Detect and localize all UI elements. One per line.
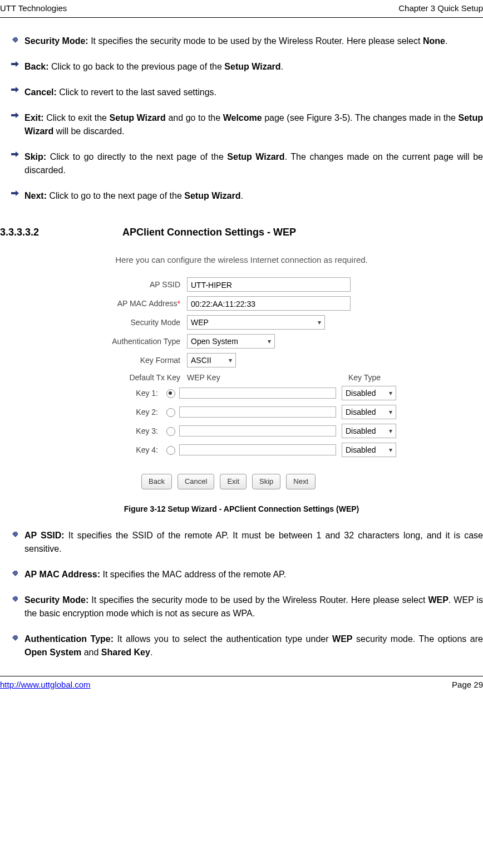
label: Next: bbox=[24, 191, 49, 200]
label-key-format: Key Format bbox=[75, 355, 187, 366]
key2-type-select[interactable]: Disabled bbox=[342, 405, 396, 419]
text: It specifies the SSID of the remote AP. … bbox=[24, 531, 483, 553]
label: Security Mode: bbox=[24, 595, 91, 605]
key3-type-select[interactable]: Disabled bbox=[342, 424, 396, 438]
text: will be discarded. bbox=[53, 126, 124, 136]
label: Authentication Type: bbox=[24, 634, 117, 644]
label-key-type: Key Type bbox=[348, 372, 381, 384]
text: Click to go back to the previous page of… bbox=[51, 62, 224, 71]
svg-rect-6 bbox=[13, 532, 18, 537]
text: . bbox=[150, 648, 152, 657]
svg-rect-8 bbox=[13, 596, 18, 601]
text: Click to exit the bbox=[46, 113, 109, 122]
text: Click to revert to the last saved settin… bbox=[59, 87, 216, 97]
key-format-select[interactable]: ASCII bbox=[187, 353, 236, 367]
svg-marker-1 bbox=[11, 61, 19, 67]
text: Click to go directly to the next page of… bbox=[50, 152, 228, 161]
svg-rect-0 bbox=[13, 37, 18, 42]
footer-url[interactable]: http://www.uttglobal.com bbox=[0, 679, 91, 692]
diamond-icon bbox=[11, 632, 24, 659]
text: Setup Wizard bbox=[184, 191, 240, 200]
auth-type-select[interactable]: Open System bbox=[187, 334, 275, 349]
label-default-tx: Default Tx Key bbox=[75, 372, 187, 384]
bullet-back: Back: Click to go back to the previous p… bbox=[11, 60, 483, 73]
arrow-icon bbox=[11, 150, 24, 177]
svg-marker-4 bbox=[11, 151, 19, 157]
text: Click to go to the next page of the bbox=[49, 191, 184, 200]
text: Open System bbox=[24, 648, 81, 657]
bullet-ap-mac: AP MAC Address: It specifies the MAC add… bbox=[11, 568, 483, 581]
key2-radio[interactable] bbox=[166, 408, 175, 417]
key4-input[interactable] bbox=[179, 444, 336, 455]
svg-marker-2 bbox=[11, 87, 19, 92]
text: It allows you to select the authenticati… bbox=[117, 634, 332, 644]
back-button[interactable]: Back bbox=[141, 474, 172, 489]
text: It specifies the MAC address of the remo… bbox=[102, 570, 286, 579]
bullet-sec-mode: Security Mode: It specifies the security… bbox=[11, 594, 483, 620]
text: security mode. The options are bbox=[353, 634, 483, 644]
ap-ssid-input[interactable]: UTT-HIPER bbox=[187, 277, 351, 292]
label-auth-type: Authentication Type bbox=[75, 336, 187, 347]
arrow-icon bbox=[11, 189, 24, 203]
arrow-icon bbox=[11, 111, 24, 138]
label-key4: Key 4: bbox=[75, 444, 162, 456]
bullet-cancel: Cancel: Click to revert to the last save… bbox=[11, 86, 483, 99]
key1-radio[interactable] bbox=[166, 389, 175, 398]
label-security-mode: Security Mode bbox=[75, 317, 187, 328]
text: Shared Key bbox=[101, 648, 150, 657]
text: Setup Wizard bbox=[224, 62, 280, 71]
key2-input[interactable] bbox=[179, 406, 336, 418]
label-key3: Key 3: bbox=[75, 425, 162, 437]
figure-caption: Figure 3-12 Setup Wizard - APClient Conn… bbox=[0, 503, 483, 515]
svg-marker-3 bbox=[11, 112, 19, 118]
label: AP SSID: bbox=[24, 531, 68, 540]
bullet-auth-type: Authentication Type: It allows you to se… bbox=[11, 632, 483, 659]
label-ap-mac: AP MAC Address* bbox=[75, 298, 187, 310]
text: Welcome bbox=[223, 113, 262, 122]
text: WEP bbox=[428, 595, 448, 605]
text: and bbox=[81, 648, 101, 657]
label-key2: Key 2: bbox=[75, 406, 162, 418]
key1-type-select[interactable]: Disabled bbox=[342, 386, 396, 400]
label-wep-key: WEP Key bbox=[187, 372, 348, 384]
label: Skip: bbox=[24, 152, 50, 161]
arrow-icon bbox=[11, 86, 24, 99]
svg-rect-9 bbox=[13, 635, 18, 640]
ap-mac-input[interactable]: 00:22:AA:11:22:33 bbox=[187, 296, 351, 311]
key1-input[interactable] bbox=[179, 388, 336, 399]
text: . bbox=[240, 191, 243, 200]
bullet-security-mode: Security Mode: It specifies the security… bbox=[11, 35, 483, 48]
bullet-ap-ssid: AP SSID: It specifies the SSID of the re… bbox=[11, 529, 483, 556]
security-mode-select[interactable]: WEP bbox=[187, 315, 325, 330]
text: It specifies the security mode to be use… bbox=[91, 595, 428, 605]
next-button[interactable]: Next bbox=[286, 474, 316, 489]
exit-button[interactable]: Exit bbox=[220, 474, 247, 489]
label-ap-ssid: AP SSID bbox=[75, 279, 187, 291]
diamond-icon bbox=[11, 594, 24, 620]
label: AP MAC Address: bbox=[24, 570, 102, 579]
key4-type-select[interactable]: Disabled bbox=[342, 443, 396, 457]
label: Back: bbox=[24, 62, 51, 71]
section-number: 3.3.3.3.2 bbox=[0, 225, 122, 240]
diamond-icon bbox=[11, 568, 24, 581]
label: Cancel: bbox=[24, 87, 59, 97]
arrow-icon bbox=[11, 60, 24, 73]
text: WEP bbox=[332, 634, 352, 644]
footer-page: Page 29 bbox=[452, 679, 483, 692]
bullet-next: Next: Click to go to the next page of th… bbox=[11, 189, 483, 203]
diamond-icon bbox=[11, 529, 24, 556]
text: . bbox=[445, 36, 447, 46]
skip-button[interactable]: Skip bbox=[252, 474, 280, 489]
text: It specifies the security mode to be use… bbox=[91, 36, 423, 46]
figure-intro: Here you can configure the wireless Inte… bbox=[75, 254, 408, 267]
key4-radio[interactable] bbox=[166, 446, 175, 455]
key3-radio[interactable] bbox=[166, 427, 175, 436]
text: and go to the bbox=[166, 113, 223, 122]
cancel-button[interactable]: Cancel bbox=[178, 474, 214, 489]
header-right: Chapter 3 Quick Setup bbox=[398, 2, 483, 15]
bullet-exit: Exit: Click to exit the Setup Wizard and… bbox=[11, 111, 483, 138]
text: None bbox=[423, 36, 445, 46]
key3-input[interactable] bbox=[179, 425, 336, 437]
section-title: APClient Connection Settings - WEP bbox=[122, 225, 296, 240]
text: . bbox=[281, 62, 283, 71]
